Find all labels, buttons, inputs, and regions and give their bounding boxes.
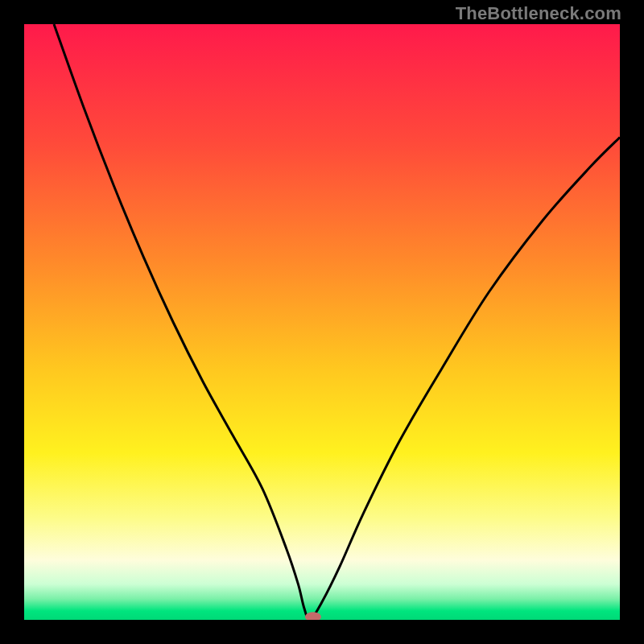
gradient-background [24, 24, 620, 620]
chart-svg [24, 24, 620, 620]
watermark-text: TheBottleneck.com [456, 3, 621, 24]
plot-area [24, 24, 620, 620]
chart-frame: TheBottleneck.com [0, 0, 644, 644]
